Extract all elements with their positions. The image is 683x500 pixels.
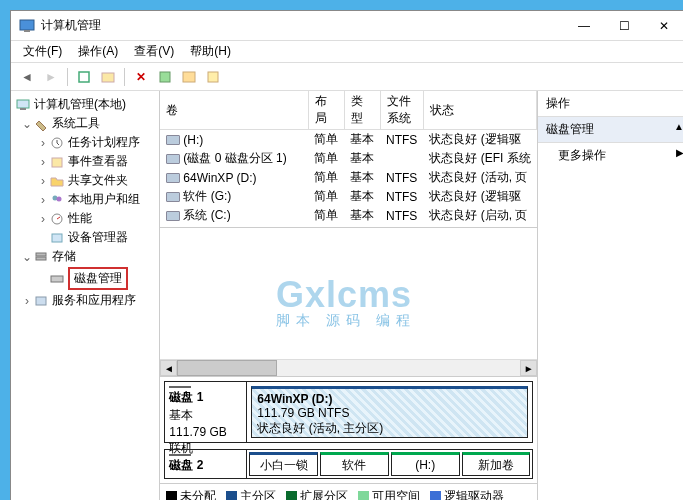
svg-rect-0: [20, 20, 34, 30]
partition-d-status: 状态良好 (活动, 主分区): [257, 420, 522, 437]
refresh-button[interactable]: [74, 67, 94, 87]
table-row[interactable]: (H:)简单基本NTFS状态良好 (逻辑驱: [160, 130, 536, 150]
partition-h[interactable]: (H:): [391, 452, 460, 476]
expand-icon[interactable]: ›: [37, 174, 49, 188]
scroll-right[interactable]: ►: [520, 360, 537, 376]
actions-more[interactable]: 更多操作 ▶: [538, 143, 683, 168]
tree-scheduler[interactable]: › 任务计划程序: [11, 133, 159, 152]
partition-d-name: 64WinXP (D:): [257, 392, 522, 406]
window-title: 计算机管理: [41, 17, 564, 34]
disk-row-1[interactable]: 磁盘 1 基本 111.79 GB 联机 64WinXP (D:) 111.79…: [164, 381, 533, 443]
partition-d[interactable]: 64WinXP (D:) 111.79 GB NTFS 状态良好 (活动, 主分…: [251, 386, 528, 438]
actions-section[interactable]: 磁盘管理 ▲: [538, 117, 683, 143]
tree-root[interactable]: 计算机管理(本地): [11, 95, 159, 114]
partition-i[interactable]: 新加卷: [462, 452, 531, 476]
disk-icon: [169, 454, 191, 456]
expand-icon[interactable]: ›: [37, 212, 49, 226]
settings-button[interactable]: [155, 67, 175, 87]
menu-file[interactable]: 文件(F): [17, 41, 68, 62]
clock-icon: [49, 135, 65, 151]
forward-button[interactable]: ►: [41, 67, 61, 87]
svg-rect-4: [160, 72, 170, 82]
col-volume[interactable]: 卷: [160, 91, 308, 130]
expand-icon[interactable]: ›: [37, 136, 49, 150]
col-layout[interactable]: 布局: [308, 91, 344, 130]
h-scrollbar[interactable]: ◄ ►: [160, 359, 537, 376]
table-row[interactable]: 软件 (G:)简单基本NTFS状态良好 (逻辑驱: [160, 187, 536, 206]
disk-1-name: 磁盘 1: [169, 389, 242, 406]
tree-devmgr-label: 设备管理器: [68, 229, 128, 246]
volume-icon: [166, 192, 180, 202]
svg-rect-10: [52, 158, 62, 167]
close-button[interactable]: ✕: [644, 12, 683, 40]
device-icon: [49, 230, 65, 246]
separator: [67, 68, 68, 86]
expand-icon[interactable]: ›: [37, 193, 49, 207]
volume-table: 卷 布局 类型 文件系统 状态 (H:)简单基本NTFS状态良好 (逻辑驱(磁盘…: [160, 91, 537, 228]
services-icon: [33, 293, 49, 309]
disk-2-header: 磁盘 2: [165, 450, 247, 478]
properties-button[interactable]: [98, 67, 118, 87]
empty-area: Gxlcms 脚本 源码 编程 ◄ ►: [160, 228, 537, 377]
watermark: Gxlcms 脚本 源码 编程: [276, 274, 422, 330]
menu-view[interactable]: 查看(V): [128, 41, 180, 62]
partition-d-size: 111.79 GB NTFS: [257, 406, 522, 420]
tree-services-label: 服务和应用程序: [52, 292, 136, 309]
svg-rect-7: [17, 100, 29, 108]
separator: [124, 68, 125, 86]
table-row[interactable]: 系统 (C:)简单基本NTFS状态良好 (启动, 页: [160, 206, 536, 225]
tree-shared[interactable]: › 共享文件夹: [11, 171, 159, 190]
tree-diskmgmt[interactable]: 磁盘管理: [11, 266, 159, 291]
scroll-thumb[interactable]: [177, 360, 277, 376]
collapse-icon[interactable]: ⌄: [21, 117, 33, 131]
minimize-button[interactable]: —: [564, 12, 604, 40]
menu-help[interactable]: 帮助(H): [184, 41, 237, 62]
actions-pane: 操作 磁盘管理 ▲ 更多操作 ▶: [538, 91, 683, 500]
delete-button[interactable]: ✕: [131, 67, 151, 87]
collapse-icon: ▲: [674, 121, 683, 138]
view-button[interactable]: [179, 67, 199, 87]
tree-services[interactable]: › 服务和应用程序: [11, 291, 159, 310]
maximize-button[interactable]: ☐: [604, 12, 644, 40]
tree-users[interactable]: › 本地用户和组: [11, 190, 159, 209]
svg-rect-6: [208, 72, 218, 82]
watermark-logo: Gxlcms: [276, 274, 422, 316]
legend-free: 可用空间: [358, 488, 420, 500]
computer-management-window: 计算机管理 — ☐ ✕ 文件(F) 操作(A) 查看(V) 帮助(H) ◄ ► …: [10, 10, 683, 500]
scroll-left[interactable]: ◄: [160, 360, 177, 376]
body: 计算机管理(本地) ⌄ 系统工具 › 任务计划程序 › 事件查看器 › 共享文件…: [11, 91, 683, 500]
tree-perf[interactable]: › 性能: [11, 209, 159, 228]
col-status[interactable]: 状态: [423, 91, 536, 130]
tree-storage-label: 存储: [52, 248, 76, 265]
svg-rect-16: [36, 257, 46, 260]
tree-devmgr[interactable]: 设备管理器: [11, 228, 159, 247]
tree-systools[interactable]: ⌄ 系统工具: [11, 114, 159, 133]
disk-row-2[interactable]: 磁盘 2 小白一锁 软件 (H:) 新加卷: [164, 449, 533, 479]
tree-eventviewer[interactable]: › 事件查看器: [11, 152, 159, 171]
event-icon: [49, 154, 65, 170]
menu-action[interactable]: 操作(A): [72, 41, 124, 62]
disk-map: 磁盘 1 基本 111.79 GB 联机 64WinXP (D:) 111.79…: [160, 377, 537, 483]
svg-rect-15: [36, 253, 46, 256]
col-fs[interactable]: 文件系统: [380, 91, 423, 130]
expand-icon[interactable]: ›: [21, 294, 33, 308]
options-button[interactable]: [203, 67, 223, 87]
svg-rect-5: [183, 72, 195, 82]
table-row[interactable]: (磁盘 0 磁盘分区 1)简单基本状态良好 (EFI 系统: [160, 149, 536, 168]
table-row[interactable]: 64WinXP (D:)简单基本NTFS状态良好 (活动, 页: [160, 168, 536, 187]
partition-e[interactable]: 小白一锁: [249, 452, 318, 476]
expand-icon[interactable]: ›: [37, 155, 49, 169]
back-button[interactable]: ◄: [17, 67, 37, 87]
tree-storage[interactable]: ⌄ 存储: [11, 247, 159, 266]
disk-1-header: 磁盘 1 基本 111.79 GB 联机: [165, 382, 247, 442]
col-type[interactable]: 类型: [344, 91, 380, 130]
perf-icon: [49, 211, 65, 227]
svg-rect-3: [102, 73, 114, 82]
collapse-icon[interactable]: ⌄: [21, 250, 33, 264]
svg-rect-1: [24, 30, 30, 32]
svg-rect-2: [79, 72, 89, 82]
partition-g[interactable]: 软件: [320, 452, 389, 476]
volume-icon: [166, 173, 180, 183]
app-icon: [19, 18, 35, 34]
volume-icon: [166, 154, 180, 164]
